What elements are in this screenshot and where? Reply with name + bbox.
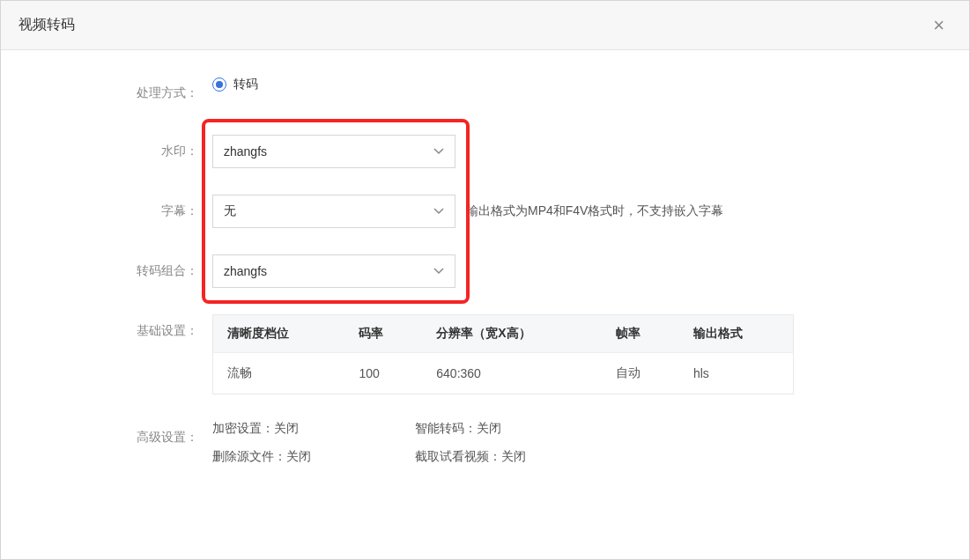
td-clarity: 流畅 — [213, 353, 345, 394]
adv-encrypt-key: 加密设置： — [212, 421, 274, 437]
adv-preview-key: 截取试看视频： — [415, 449, 501, 465]
table-row: 流畅 100 640:360 自动 hls — [213, 353, 794, 394]
watermark-label: 水印： — [36, 135, 212, 166]
row-subtitle: 字幕： 无 输出格式为MP4和F4V格式时，不支持嵌入字幕 — [36, 195, 934, 228]
modal-body: 处理方式： 转码 水印： zhangfs 字幕： — [1, 50, 969, 518]
adv-smart-val: 关闭 — [477, 421, 501, 437]
process-mode-control: 转码 — [212, 77, 934, 92]
adv-preview-val: 关闭 — [501, 449, 526, 465]
table-header-row: 清晰度档位 码率 分辨率（宽X高） 帧率 输出格式 — [213, 315, 794, 353]
adv-encrypt-val: 关闭 — [274, 421, 299, 437]
adv-encrypt: 加密设置： 关闭 — [212, 421, 415, 437]
adv-preview: 截取试看视频： 关闭 — [415, 449, 618, 465]
th-fps: 帧率 — [602, 315, 679, 353]
radio-transcode[interactable]: 转码 — [212, 77, 258, 92]
chevron-down-icon — [433, 266, 444, 276]
subtitle-label: 字幕： — [36, 195, 212, 226]
adv-smart-key: 智能转码： — [415, 421, 477, 437]
basic-settings-table: 清晰度档位 码率 分辨率（宽X高） 帧率 输出格式 流畅 100 — [212, 314, 794, 394]
radio-circle-icon — [212, 77, 226, 92]
transcode-group-label: 转码组合： — [36, 254, 212, 286]
adv-smart: 智能转码： 关闭 — [415, 421, 618, 437]
row-basic-settings: 基础设置： 清晰度档位 码率 分辨率（宽X高） 帧率 输出格式 — [36, 314, 934, 394]
row-advanced-settings: 高级设置： 加密设置： 关闭 智能转码： 关闭 删除源文件： 关闭 — [36, 421, 934, 465]
transcode-group-value: zhangfs — [224, 264, 267, 278]
advanced-settings-grid: 加密设置： 关闭 智能转码： 关闭 删除源文件： 关闭 截取试看视频： 关闭 — [212, 421, 618, 465]
watermark-value: zhangfs — [224, 144, 267, 158]
subtitle-select[interactable]: 无 — [212, 195, 455, 228]
watermark-select[interactable]: zhangfs — [212, 135, 455, 168]
advanced-settings-label: 高级设置： — [36, 421, 212, 453]
td-format: hls — [679, 353, 794, 394]
process-mode-label: 处理方式： — [36, 77, 212, 108]
th-format: 输出格式 — [679, 315, 794, 353]
modal-header: 视频转码 × — [1, 1, 969, 50]
adv-delete-val: 关闭 — [286, 449, 311, 465]
adv-delete: 删除源文件： 关闭 — [212, 449, 415, 465]
row-watermark: 水印： zhangfs — [36, 135, 934, 168]
chevron-down-icon — [433, 146, 444, 157]
video-transcode-modal: 视频转码 × 处理方式： 转码 水印： zhangfs — [0, 0, 970, 560]
row-transcode-group: 转码组合： zhangfs — [36, 254, 934, 288]
radio-transcode-label: 转码 — [233, 77, 258, 92]
close-button[interactable]: × — [926, 11, 951, 41]
basic-settings-label: 基础设置： — [36, 314, 212, 346]
td-fps: 自动 — [602, 353, 679, 394]
th-resolution: 分辨率（宽X高） — [422, 315, 602, 353]
td-resolution: 640:360 — [422, 353, 602, 394]
transcode-group-select[interactable]: zhangfs — [212, 254, 455, 288]
chevron-down-icon — [433, 206, 444, 217]
adv-delete-key: 删除源文件： — [212, 449, 286, 465]
modal-title: 视频转码 — [19, 16, 75, 34]
subtitle-hint: 输出格式为MP4和F4V格式时，不支持嵌入字幕 — [466, 203, 723, 219]
th-clarity: 清晰度档位 — [213, 315, 345, 353]
row-process-mode: 处理方式： 转码 — [36, 77, 934, 108]
td-bitrate: 100 — [344, 353, 422, 394]
subtitle-value: 无 — [224, 203, 236, 219]
th-bitrate: 码率 — [344, 315, 422, 353]
